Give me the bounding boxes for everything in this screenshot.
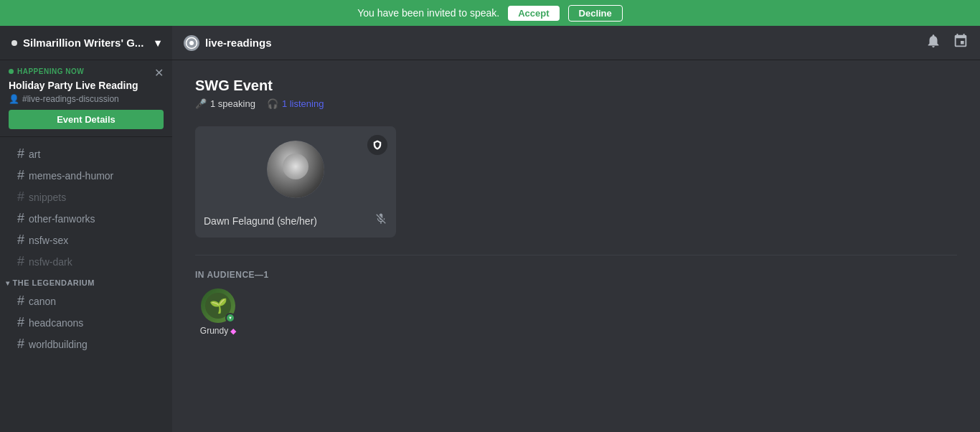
hash-icon: # bbox=[17, 337, 24, 352]
speaker-avatar bbox=[267, 141, 324, 198]
stage-content: SWG Event 🎤 1 speaking 🎧 1 listening bbox=[172, 60, 980, 432]
event-card: HAPPENING NOW ✕ Holiday Party Live Readi… bbox=[0, 60, 172, 137]
invite-text: You have been invited to speak. bbox=[357, 7, 499, 19]
speaker-name: Dawn Felagund (she/her) bbox=[204, 215, 317, 227]
audience-status-dot bbox=[225, 313, 235, 323]
hash-icon: # bbox=[17, 315, 24, 330]
hash-icon: # bbox=[17, 211, 24, 226]
svg-point-1 bbox=[189, 41, 194, 45]
audience-section: IN AUDIENCE—1 🌱 bbox=[195, 270, 957, 336]
hash-icon: # bbox=[17, 189, 24, 205]
sidebar-item-nsfw-sex[interactable]: # nsfw-sex bbox=[6, 230, 166, 250]
channel-list: # art # memes-and-humor # snippets # oth… bbox=[0, 137, 172, 432]
happening-dot bbox=[9, 69, 14, 74]
speaker-card-background bbox=[195, 126, 396, 212]
sidebar-item-nsfw-dark[interactable]: # nsfw-dark bbox=[6, 251, 166, 272]
hash-icon: # bbox=[17, 146, 24, 161]
channel-header-left: live-readings bbox=[184, 35, 272, 51]
speakers-section: Dawn Felagund (she/her) bbox=[195, 126, 957, 238]
sidebar-item-snippets[interactable]: # snippets bbox=[6, 187, 166, 207]
listening-count: 1 listening bbox=[282, 98, 324, 109]
channel-name-art: art bbox=[29, 149, 40, 160]
channel-name-worldbuilding: worldbuilding bbox=[29, 339, 88, 350]
audience-grid: 🌱 Grundy ◆ bbox=[195, 288, 957, 336]
nitro-badge: ◆ bbox=[230, 327, 236, 336]
stage-meta: 🎤 1 speaking 🎧 1 listening bbox=[195, 98, 957, 109]
server-header-left: Silmarillion Writers' G... bbox=[11, 37, 143, 49]
audience-member: 🌱 Grundy ◆ bbox=[195, 288, 241, 336]
event-title: Holiday Party Live Reading bbox=[9, 80, 164, 91]
mute-icon bbox=[374, 212, 387, 229]
audience-label: IN AUDIENCE—1 bbox=[195, 270, 957, 280]
listening-meta: 🎧 1 listening bbox=[267, 98, 324, 109]
server-name: Silmarillion Writers' G... bbox=[23, 37, 143, 49]
hash-icon: # bbox=[17, 233, 24, 248]
audience-name: Grundy ◆ bbox=[200, 326, 236, 336]
notifications-icon[interactable] bbox=[925, 33, 941, 52]
calendar-icon[interactable] bbox=[953, 33, 969, 52]
stage-channel-icon bbox=[184, 35, 199, 51]
section-legendarium[interactable]: ▾ THE LEGENDARIUM bbox=[0, 273, 172, 290]
sidebar-item-worldbuilding[interactable]: # worldbuilding bbox=[6, 334, 166, 354]
invite-banner: You have been invited to speak. Accept D… bbox=[0, 0, 980, 26]
hash-icon: # bbox=[17, 254, 24, 269]
audience-avatar-wrap: 🌱 bbox=[201, 288, 235, 323]
header-icons bbox=[925, 33, 969, 52]
main-content: live-readings SWG Event bbox=[172, 26, 980, 432]
caret-icon: ▾ bbox=[6, 279, 10, 287]
channel-name-canon: canon bbox=[29, 296, 56, 307]
sidebar-item-canon[interactable]: # canon bbox=[6, 291, 166, 311]
speaker-card: Dawn Felagund (she/her) bbox=[195, 126, 396, 238]
channel-name-other-fanworks: other-fanworks bbox=[29, 213, 95, 225]
event-details-button[interactable]: Event Details bbox=[9, 110, 164, 129]
server-dropdown-icon: ▾ bbox=[155, 37, 161, 50]
svg-text:🌱: 🌱 bbox=[209, 297, 227, 314]
sidebar-item-other-fanworks[interactable]: # other-fanworks bbox=[6, 208, 166, 229]
mod-badge bbox=[367, 135, 387, 155]
speaking-meta: 🎤 1 speaking bbox=[195, 98, 255, 109]
accept-button[interactable]: Accept bbox=[508, 6, 559, 21]
channel-name-display: live-readings bbox=[205, 37, 272, 49]
app-layout: Silmarillion Writers' G... ▾ HAPPENING N… bbox=[0, 26, 980, 432]
server-status-dot bbox=[11, 40, 17, 46]
section-divider bbox=[195, 255, 957, 255]
sidebar: Silmarillion Writers' G... ▾ HAPPENING N… bbox=[0, 26, 172, 432]
sidebar-item-art[interactable]: # art bbox=[6, 144, 166, 164]
decline-button[interactable]: Decline bbox=[568, 5, 623, 22]
sidebar-item-headcanons[interactable]: # headcanons bbox=[6, 312, 166, 333]
hash-icon: # bbox=[17, 294, 24, 309]
sidebar-item-memes-and-humor[interactable]: # memes-and-humor bbox=[6, 165, 166, 186]
channel-header: live-readings bbox=[172, 26, 980, 60]
channel-name-nsfw-dark: nsfw-dark bbox=[29, 256, 72, 268]
avatar-portrait bbox=[267, 141, 324, 198]
headphone-icon: 🎧 bbox=[267, 98, 278, 109]
channel-name-memes: memes-and-humor bbox=[29, 170, 113, 182]
channel-name-nsfw-sex: nsfw-sex bbox=[29, 235, 68, 246]
speaker-name-row: Dawn Felagund (she/her) bbox=[195, 212, 396, 238]
stage-title: SWG Event bbox=[195, 78, 957, 94]
server-header[interactable]: Silmarillion Writers' G... ▾ bbox=[0, 26, 172, 60]
close-event-button[interactable]: ✕ bbox=[154, 66, 164, 80]
event-channel: 👤 #live-readings-discussion bbox=[9, 94, 164, 104]
happening-now-label: HAPPENING NOW bbox=[9, 67, 84, 75]
microphone-icon: 🎤 bbox=[195, 98, 207, 109]
channel-name-snippets: snippets bbox=[29, 192, 66, 203]
person-icon: 👤 bbox=[9, 94, 19, 104]
speaking-count: 1 speaking bbox=[210, 98, 255, 109]
section-legendarium-label: THE LEGENDARIUM bbox=[13, 278, 95, 287]
channel-name-headcanons: headcanons bbox=[29, 317, 83, 329]
hash-icon: # bbox=[17, 168, 24, 183]
